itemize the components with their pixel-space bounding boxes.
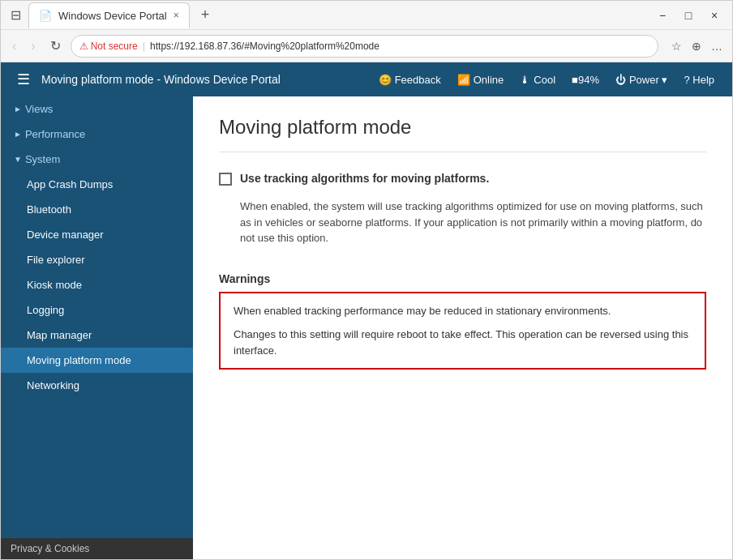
minimize-button[interactable]: −	[651, 7, 674, 24]
forward-button[interactable]: ›	[26, 36, 40, 57]
page-title: Moving platform mode	[219, 116, 706, 152]
collections-button[interactable]: ⊕	[688, 36, 705, 56]
power-label: Power ▾	[629, 74, 667, 86]
sidebar-item-app-crash-dumps[interactable]: App Crash Dumps	[1, 172, 193, 197]
refresh-button[interactable]: ↻	[45, 35, 66, 57]
url-bar[interactable]: ⚠ Not secure | https://192.168.87.36/#Mo…	[71, 35, 658, 58]
window-controls: − □ ×	[651, 7, 726, 24]
sidebar-category-system[interactable]: ▼ System	[1, 147, 193, 172]
content-area: Moving platform mode Use tracking algori…	[193, 96, 732, 559]
back-button[interactable]: ‹	[7, 36, 21, 57]
sidebar-item-bluetooth[interactable]: Bluetooth	[1, 197, 193, 222]
hamburger-menu-button[interactable]: ☰	[11, 66, 36, 93]
warning-text-2: Changes to this setting will require reb…	[234, 327, 692, 358]
sidebar-toggle-button[interactable]: ◀	[191, 103, 193, 122]
sidebar-category-performance[interactable]: ► Performance	[1, 122, 193, 147]
address-bar-icons: ☆ ⊕ …	[668, 36, 726, 56]
warning-text-1: When enabled tracking performance may be…	[234, 303, 692, 319]
views-arrow-icon: ►	[14, 105, 22, 113]
new-tab-button[interactable]: +	[195, 5, 216, 25]
sidebar-item-kiosk-mode[interactable]: Kiosk mode	[1, 272, 193, 297]
sidebar-item-logging[interactable]: Logging	[1, 297, 193, 323]
more-button[interactable]: …	[708, 36, 726, 56]
battery-status: ■94%	[564, 74, 607, 86]
sidebar-category-views[interactable]: ► Views	[1, 96, 193, 122]
url-separator: |	[143, 40, 145, 52]
sidebar: ◀ ► Views ► Performance ▼ System App Cra…	[1, 96, 193, 559]
warnings-box: When enabled tracking performance may be…	[219, 292, 706, 370]
help-label: ? Help	[684, 74, 714, 86]
power-button[interactable]: ⏻ Power ▾	[607, 74, 675, 86]
feedback-label: Feedback	[395, 74, 441, 86]
app-title: Moving platform mode - Windows Device Po…	[41, 73, 371, 86]
sidebar-category-performance-label: Performance	[25, 128, 85, 140]
sidebar-item-networking[interactable]: Networking	[1, 373, 193, 398]
online-label: Online	[474, 74, 504, 86]
not-secure-indicator: ⚠ Not secure	[79, 41, 138, 52]
power-icon: ⏻	[615, 74, 626, 86]
temperature-status: 🌡 Cool	[512, 74, 564, 86]
app-toolbar: ☰ Moving platform mode - Windows Device …	[1, 62, 732, 96]
performance-arrow-icon: ►	[14, 130, 22, 139]
title-bar: ⊟ 📄 Windows Device Portal × + − □ ×	[1, 1, 732, 30]
url-text: https://192.168.87.36/#Moving%20platform…	[150, 41, 379, 52]
browser-icon: ⊟	[7, 7, 24, 24]
tab-close-button[interactable]: ×	[174, 10, 179, 21]
temperature-label: Cool	[534, 74, 555, 86]
tab-icon: 📄	[39, 10, 52, 22]
help-button[interactable]: ? Help	[675, 74, 722, 86]
favorites-button[interactable]: ☆	[668, 36, 685, 56]
sidebar-item-moving-platform-mode[interactable]: Moving platform mode	[1, 348, 193, 373]
tracking-algorithms-checkbox[interactable]	[219, 173, 232, 186]
privacy-cookies-link[interactable]: Privacy & Cookies	[1, 538, 193, 559]
temperature-icon: 🌡	[520, 74, 530, 86]
main-area: ◀ ► Views ► Performance ▼ System App Cra…	[1, 96, 732, 559]
sidebar-item-device-manager[interactable]: Device manager	[1, 222, 193, 247]
online-icon: 📶	[457, 74, 470, 86]
battery-label: ■94%	[572, 74, 599, 86]
address-bar: ‹ › ↻ ⚠ Not secure | https://192.168.87.…	[1, 30, 732, 62]
tab-title: Windows Device Portal	[58, 10, 167, 22]
warnings-title: Warnings	[219, 272, 706, 285]
sidebar-item-map-manager[interactable]: Map manager	[1, 323, 193, 348]
title-bar-left: ⊟ 📄 Windows Device Portal × +	[7, 2, 216, 28]
sidebar-section: ► Views ► Performance ▼ System App Crash…	[1, 96, 193, 398]
tracking-algorithms-row: Use tracking algorithms for moving platf…	[219, 172, 706, 186]
online-status: 📶 Online	[449, 74, 512, 86]
browser-tab[interactable]: 📄 Windows Device Portal ×	[28, 2, 190, 28]
sidebar-item-file-explorer[interactable]: File explorer	[1, 247, 193, 272]
close-button[interactable]: ×	[703, 7, 726, 24]
not-secure-label: Not secure	[91, 41, 138, 52]
tracking-algorithms-label: Use tracking algorithms for moving platf…	[240, 172, 489, 185]
feedback-icon: 😊	[379, 74, 392, 86]
maximize-button[interactable]: □	[677, 7, 700, 24]
browser-window: ⊟ 📄 Windows Device Portal × + − □ × ‹ › …	[0, 0, 733, 560]
warnings-section: Warnings When enabled tracking performan…	[219, 272, 706, 370]
sidebar-category-views-label: Views	[25, 103, 53, 115]
system-arrow-icon: ▼	[14, 155, 22, 164]
description-text: When enabled, the system will use tracki…	[240, 199, 706, 246]
sidebar-category-system-label: System	[25, 153, 60, 165]
feedback-button[interactable]: 😊 Feedback	[371, 74, 449, 86]
